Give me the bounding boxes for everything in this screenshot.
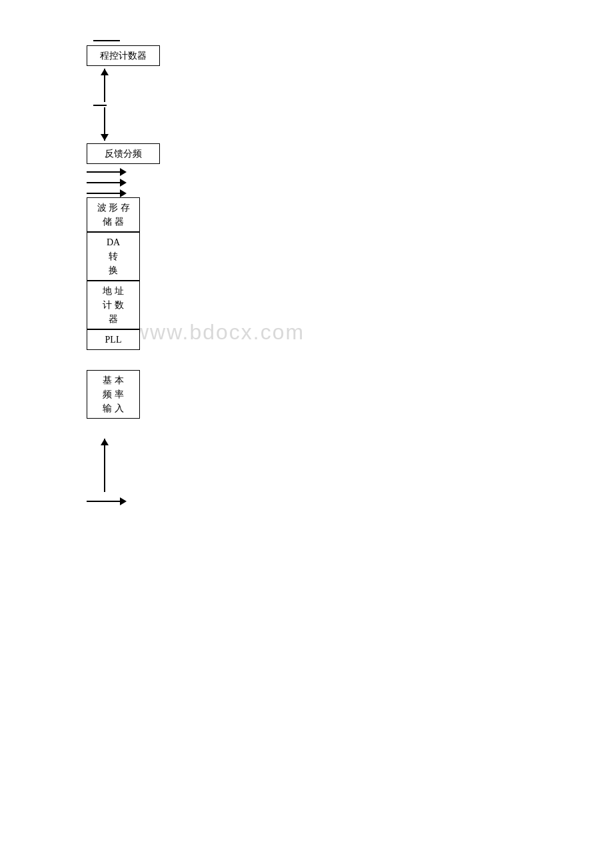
arrow-right-bottom [87, 497, 287, 505]
jiben-block: 基 本 频 率 输 入 [87, 370, 140, 419]
fankui-block: 反馈分频 [87, 143, 160, 164]
dizhi-block: 地 址 计 数 器 [87, 281, 140, 329]
boxing-block: 波 形 存 储 器 [87, 197, 140, 232]
arrow-right-1 [87, 168, 287, 176]
chengkong-block: 程控计数器 [87, 45, 160, 66]
arrow-right-2 [87, 179, 287, 187]
diagram-container: 程控计数器 反馈分频 波 形 存 储 器 DA [87, 40, 287, 508]
arrow-right-3 [87, 189, 287, 197]
da-block: DA 转 换 [87, 232, 140, 281]
top-hline [93, 40, 120, 41]
pll-block: PLL [87, 329, 140, 350]
